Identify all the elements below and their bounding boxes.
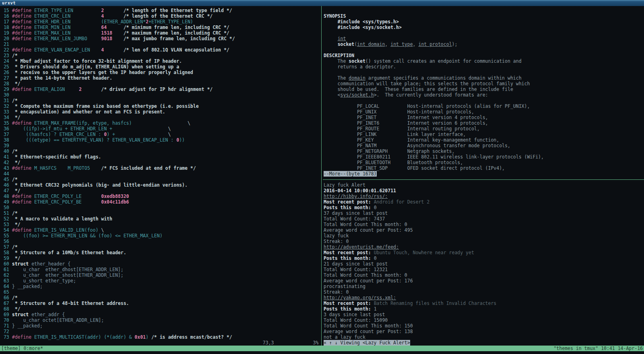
terminal-row: Total Word Count This month: 0 xyxy=(324,272,644,278)
terminal-row: 54 #define ETHER_IS_VALID_LEN(foo) \ xyxy=(1,227,320,233)
terminal-row: 30 xyxy=(1,92,320,98)
terminal-row: 29 #define ETHER_ALIGN 2 /* driver adjus… xyxy=(1,86,320,92)
terminal-row: 72 xyxy=(1,329,320,334)
terminal-row: 64 } __packed; xyxy=(1,284,320,289)
terminal-row: 70 u_char octet[ETHER_ADDR_LEN]; xyxy=(1,317,320,323)
terminal-row: 62 u_char ether_shost[ETHER_ADDR_LEN]; xyxy=(1,272,320,278)
terminal-row: 56 xyxy=(1,239,320,244)
terminal-row: PF_NATM Asynchronous transfer mode proto… xyxy=(324,143,644,148)
terminal-row: 47 */ xyxy=(1,188,320,193)
terminal-row: 45 /* xyxy=(1,177,320,182)
terminal-row: 21 days since last post xyxy=(324,261,644,267)
terminal-row: 53 */ xyxy=(1,222,320,227)
right-pane-column: SYNOPSIS #include <sys/types.h> #include… xyxy=(323,6,644,346)
terminal-row: Lazy fuck Alert xyxy=(324,182,644,188)
terminal-row: 17 #define ETHER_HDR_LEN (ETHER_ADDR_LEN… xyxy=(1,19,320,25)
terminal-row: Most recent post: Android for Desert 2 xyxy=(324,199,644,205)
terminal-row: 16 #define ETHER_CRC_LEN 4 /* length of … xyxy=(1,13,320,19)
tmux-right-status: "themes in tmux" 10:41 14-Apr-16 xyxy=(553,346,643,351)
terminal-row: http://yakamo.org/rss.xml: xyxy=(324,295,644,300)
terminal-row: --More--(byte 1678) xyxy=(324,171,644,177)
terminal-row: 20 #define ETHER_MAX_LEN_JUMBO 9018 /* m… xyxy=(1,36,320,41)
terminal-row: PF_UNIX Host-internal protocols, xyxy=(324,109,644,115)
pane-border-vertical xyxy=(320,6,323,346)
terminal-row: 37 ((hasfcs) ? ETHER_CRC_LEN : 0) + \ xyxy=(1,132,320,137)
man-page-pane[interactable]: SYNOPSIS #include <sys/types.h> #include… xyxy=(323,8,644,177)
terminal-row: 25 * Drivers should do m_adj(m, ETHER_AL… xyxy=(1,64,320,70)
terminal-row: 73,3 3% xyxy=(1,340,320,346)
terminal-row: PF_IEEE80211 IEEE 802.11 wireless link-l… xyxy=(324,154,644,160)
terminal-row: 36 ((ifp)->if_mtu + ETHER_HDR_LEN + \ xyxy=(1,126,320,132)
terminal-row: <sys/socket.h>. The currently understood… xyxy=(324,92,644,98)
terminal-row xyxy=(324,30,644,36)
terminal-row: 60 struct ether_header { xyxy=(1,261,320,267)
terminal-row: 27 * past the 14-byte Ethernet header. xyxy=(1,75,320,81)
terminal-row: Posts this month: 1 xyxy=(324,306,644,312)
pane-border-horizontal xyxy=(323,177,644,182)
terminal-row: 46 * Ethernet CRC32 polynomials (big- an… xyxy=(1,182,320,188)
terminal-row: « ↑ ↓ Viewing <Lazy Fuck Alert> xyxy=(324,340,644,346)
terminal-row: 26 * receive so the upper layers get the… xyxy=(1,70,320,75)
window-titlebar[interactable]: urxvt xyxy=(0,0,644,6)
terminal-row: 33 * encapsulation) and whether or not a… xyxy=(1,109,320,115)
terminal-row: http://hibby.info/rss/: xyxy=(324,193,644,199)
terminal-row: 52 * A macro to validate a length with xyxy=(1,216,320,222)
vim-editor-pane[interactable]: 15 #define ETHER_TYPE_LEN 2 /* length of… xyxy=(0,6,320,346)
terminal-row: 71 } __packed; xyxy=(1,323,320,329)
terminal-row xyxy=(324,47,644,53)
terminal-row: Streak: 0 xyxy=(324,289,644,295)
terminal-row: Streak: 0 xyxy=(324,239,644,244)
terminal-row: 51 /* xyxy=(1,210,320,216)
terminal-row xyxy=(324,98,644,103)
terminal-row: 15 #define ETHER_TYPE_LEN 2 /* length of… xyxy=(1,8,320,13)
terminal-row: 49 #define ETHER_CRC_POLY_BE 0x04c11db6 xyxy=(1,199,320,205)
terminal-row: Total Word Count: 7437 xyxy=(324,216,644,222)
terminal-row: 48 #define ETHER_CRC_POLY_LE 0xedb88320 xyxy=(1,193,320,199)
rss-feed-pane[interactable]: Lazy fuck Alert2016-04-14 10:00:01.62071… xyxy=(323,182,644,346)
terminal-row: Average word count per Post: 138 xyxy=(324,329,644,334)
terminal-row: not a lazy fuck xyxy=(324,334,644,340)
terminal-row: 43 #define M_HASFCS M_PROTO5 /* FCS incl… xyxy=(1,165,320,171)
terminal-row: DESCRIPTION xyxy=(324,53,644,58)
terminal-row: 3 days since last post xyxy=(324,312,644,317)
terminal-row xyxy=(324,70,644,75)
terminal-row: procrastinating xyxy=(324,284,644,289)
terminal-row: 2016-04-14 10:00:01.620711 xyxy=(324,188,644,193)
terminal-row: 19 #define ETHER_MAX_LEN 1518 /* maximum… xyxy=(1,30,320,36)
terminal-row: Total Word Count: 12321 xyxy=(324,267,644,272)
terminal-row: PF_LOCAL Host-internal protocols (alias … xyxy=(324,103,644,109)
terminal-row: 31 /* xyxy=(1,98,320,103)
terminal-row: 69 struct ether_addr { xyxy=(1,312,320,317)
terminal-row: Total Word Count This month: 150 xyxy=(324,323,644,329)
terminal-row: Posts this month: 0 xyxy=(324,205,644,210)
terminal-row: 50 xyxy=(1,205,320,210)
terminal-row: 28 */ xyxy=(1,81,320,86)
terminal-row: Total Word Count: 15090 xyxy=(324,317,644,323)
terminal-row: PF_KEY Internal key-management function, xyxy=(324,137,644,143)
terminal-row: Posts this month: 0 xyxy=(324,255,644,261)
terminal-row: Average word count per Post: 176 xyxy=(324,278,644,284)
terminal-row: The domain argument specifies a communic… xyxy=(324,75,644,81)
terminal-row: should be used. These families are defin… xyxy=(324,86,644,92)
terminal-row: PF_INET6 Internet version 6 protocols, xyxy=(324,120,644,126)
terminal-row: 22 #define ETHER_VLAN_ENCAP_LEN 4 /* len… xyxy=(1,47,320,53)
terminal-row: 65 xyxy=(1,289,320,295)
terminal-row: 66 /* xyxy=(1,295,320,300)
terminal-row: communication will take place; this sele… xyxy=(324,81,644,86)
terminal-row: http://adventurist.me/feed: xyxy=(324,244,644,250)
tmux-session-window[interactable]: [theme] 0:more* xyxy=(1,346,43,351)
terminal-row: PF_LINK Link layer interface, xyxy=(324,132,644,137)
terminal-row: 39 xyxy=(1,143,320,148)
terminal-row: 58 * Structure of a 10Mb/s Ethernet head… xyxy=(1,250,320,255)
terminal-row: PF_ROUTE Internal routing protocol, xyxy=(324,126,644,132)
terminal-row: Most recent post: Ubuntu Touch, Nowhere … xyxy=(324,250,644,255)
terminal-row: 40 /* xyxy=(1,148,320,154)
terminal-row: lazy fuck xyxy=(324,233,644,239)
tmux-status-bar: [theme] 0:more* "themes in tmux" 10:41 1… xyxy=(0,346,644,351)
terminal-row: 23 /* xyxy=(1,53,320,58)
terminal-row: returns a descriptor. xyxy=(324,64,644,70)
tmux-panes: 15 #define ETHER_TYPE_LEN 2 /* length of… xyxy=(0,6,644,346)
terminal-row: PF_INET_SDP OFED socket direct protocol … xyxy=(324,165,644,171)
terminal-row: 37 days since last post xyxy=(324,210,644,216)
terminal-row: #include <sys/socket.h> xyxy=(324,25,644,30)
